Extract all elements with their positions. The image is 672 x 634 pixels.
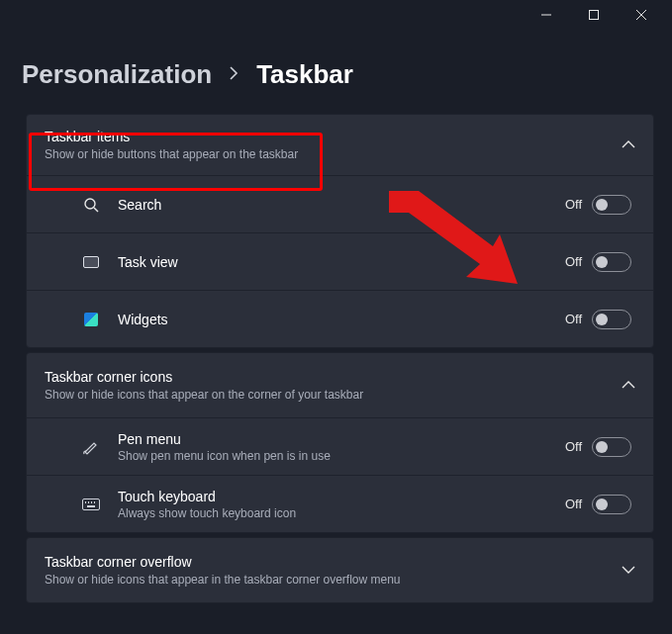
chevron-down-icon [622, 564, 635, 578]
section-subtitle: Show or hide buttons that appear on the … [45, 147, 298, 161]
toggle-widgets[interactable] [592, 310, 631, 329]
pen-icon [82, 438, 100, 456]
breadcrumb-current: Taskbar [256, 59, 353, 90]
toggle-touch-keyboard[interactable] [592, 495, 631, 514]
row-task-view: Task view Off [27, 232, 653, 290]
widgets-icon [82, 311, 100, 328]
toggle-state: Off [565, 497, 582, 511]
section-header-corner-overflow[interactable]: Taskbar corner overflow Show or hide ico… [27, 538, 653, 602]
section-title: Taskbar corner icons [45, 369, 363, 385]
row-pen-menu: Pen menu Show pen menu icon when pen is … [27, 417, 653, 475]
row-search: Search Off [27, 175, 653, 232]
section-subtitle: Show or hide icons that appear in the ta… [45, 573, 401, 587]
section-header-taskbar-items[interactable]: Taskbar items Show or hide buttons that … [27, 115, 653, 175]
chevron-right-icon [230, 66, 239, 83]
toggle-state: Off [565, 312, 582, 326]
section-header-corner-icons[interactable]: Taskbar corner icons Show or hide icons … [27, 353, 653, 417]
close-icon [636, 10, 646, 20]
section-title: Taskbar corner overflow [45, 554, 401, 570]
row-label: Search [118, 197, 565, 213]
row-label: Task view [118, 254, 565, 270]
toggle-state: Off [565, 197, 582, 212]
section-corner-icons: Taskbar corner icons Show or hide icons … [26, 352, 654, 533]
task-view-icon [82, 253, 100, 271]
breadcrumb: Personalization Taskbar [0, 30, 672, 114]
chevron-up-icon [622, 379, 635, 393]
svg-point-4 [85, 199, 95, 209]
close-button[interactable] [619, 0, 664, 30]
row-label: Widgets [118, 312, 565, 327]
toggle-task-view[interactable] [592, 252, 631, 272]
row-description: Always show touch keyboard icon [118, 506, 565, 520]
maximize-icon [589, 10, 599, 20]
minimize-button[interactable] [524, 0, 569, 30]
svg-line-5 [94, 208, 98, 212]
chevron-up-icon [622, 138, 635, 152]
section-title: Taskbar items [45, 129, 298, 144]
svg-rect-1 [590, 11, 599, 20]
toggle-state: Off [565, 439, 582, 454]
row-label: Touch keyboard [118, 489, 565, 504]
section-corner-overflow: Taskbar corner overflow Show or hide ico… [26, 537, 654, 603]
breadcrumb-parent[interactable]: Personalization [22, 59, 212, 90]
toggle-pen-menu[interactable] [592, 437, 631, 457]
minimize-icon [541, 10, 551, 20]
window-titlebar [0, 0, 672, 30]
row-description: Show pen menu icon when pen is in use [118, 449, 565, 463]
row-touch-keyboard: Touch keyboard Always show touch keyboar… [27, 475, 653, 532]
row-label: Pen menu [118, 431, 565, 447]
toggle-state: Off [565, 254, 582, 269]
section-taskbar-items: Taskbar items Show or hide buttons that … [26, 114, 654, 348]
keyboard-icon [82, 496, 100, 513]
search-icon [82, 196, 100, 214]
row-widgets: Widgets Off [27, 290, 653, 347]
section-subtitle: Show or hide icons that appear on the co… [45, 388, 363, 402]
toggle-search[interactable] [592, 195, 631, 215]
maximize-button[interactable] [571, 0, 617, 30]
